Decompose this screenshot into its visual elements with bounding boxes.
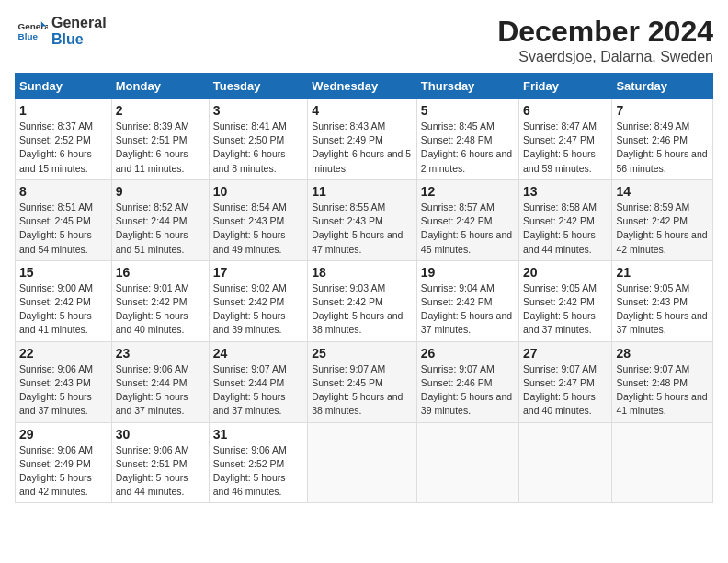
- day-info: Sunrise: 8:49 AM Sunset: 2:46 PM Dayligh…: [616, 120, 709, 176]
- day-info: Sunrise: 9:05 AM Sunset: 2:42 PM Dayligh…: [523, 282, 608, 338]
- day-number: 20: [523, 265, 608, 280]
- day-cell: 1 Sunrise: 8:37 AM Sunset: 2:52 PM Dayli…: [16, 99, 112, 180]
- day-cell: 10 Sunrise: 8:54 AM Sunset: 2:43 PM Dayl…: [209, 179, 307, 260]
- day-number: 6: [523, 103, 608, 118]
- day-cell: 3 Sunrise: 8:41 AM Sunset: 2:50 PM Dayli…: [209, 99, 307, 180]
- day-number: 29: [19, 427, 108, 442]
- week-row-3: 15 Sunrise: 9:00 AM Sunset: 2:42 PM Dayl…: [16, 260, 713, 341]
- header-saturday: Saturday: [612, 74, 713, 99]
- svg-text:General: General: [18, 21, 48, 31]
- day-info: Sunrise: 9:06 AM Sunset: 2:51 PM Dayligh…: [116, 443, 205, 500]
- day-cell: 8 Sunrise: 8:51 AM Sunset: 2:45 PM Dayli…: [16, 179, 112, 260]
- day-number: 4: [312, 103, 413, 118]
- day-cell: 5 Sunrise: 8:45 AM Sunset: 2:48 PM Dayli…: [416, 99, 518, 180]
- day-info: Sunrise: 8:43 AM Sunset: 2:49 PM Dayligh…: [312, 120, 413, 176]
- calendar-header-row: SundayMondayTuesdayWednesdayThursdayFrid…: [16, 74, 713, 99]
- week-row-4: 22 Sunrise: 9:06 AM Sunset: 2:43 PM Dayl…: [16, 341, 713, 422]
- day-cell: 16 Sunrise: 9:01 AM Sunset: 2:42 PM Dayl…: [111, 260, 209, 341]
- day-info: Sunrise: 9:02 AM Sunset: 2:42 PM Dayligh…: [213, 282, 303, 338]
- day-cell: 23 Sunrise: 9:06 AM Sunset: 2:44 PM Dayl…: [111, 341, 209, 422]
- header-wednesday: Wednesday: [308, 74, 417, 99]
- day-cell: 6 Sunrise: 8:47 AM Sunset: 2:47 PM Dayli…: [519, 99, 612, 180]
- day-cell: 19 Sunrise: 9:04 AM Sunset: 2:42 PM Dayl…: [416, 260, 518, 341]
- day-info: Sunrise: 8:41 AM Sunset: 2:50 PM Dayligh…: [213, 120, 303, 176]
- header-tuesday: Tuesday: [209, 74, 307, 99]
- day-number: 2: [116, 103, 205, 118]
- day-info: Sunrise: 8:47 AM Sunset: 2:47 PM Dayligh…: [523, 120, 608, 176]
- day-info: Sunrise: 9:07 AM Sunset: 2:44 PM Dayligh…: [213, 362, 303, 419]
- day-info: Sunrise: 9:07 AM Sunset: 2:47 PM Dayligh…: [523, 362, 608, 419]
- day-cell: 17 Sunrise: 9:02 AM Sunset: 2:42 PM Dayl…: [209, 260, 307, 341]
- header-thursday: Thursday: [416, 74, 518, 99]
- day-number: 27: [523, 346, 608, 361]
- logo-icon: General Blue: [15, 15, 48, 48]
- day-cell: [612, 422, 713, 503]
- day-cell: 18 Sunrise: 9:03 AM Sunset: 2:42 PM Dayl…: [308, 260, 417, 341]
- day-info: Sunrise: 8:58 AM Sunset: 2:42 PM Dayligh…: [523, 201, 608, 257]
- day-cell: 27 Sunrise: 9:07 AM Sunset: 2:47 PM Dayl…: [519, 341, 612, 422]
- day-cell: 31 Sunrise: 9:06 AM Sunset: 2:52 PM Dayl…: [209, 422, 307, 503]
- day-info: Sunrise: 9:05 AM Sunset: 2:43 PM Dayligh…: [616, 282, 709, 338]
- day-info: Sunrise: 8:52 AM Sunset: 2:44 PM Dayligh…: [116, 201, 205, 257]
- day-number: 26: [421, 346, 515, 361]
- day-number: 24: [213, 346, 303, 361]
- header-monday: Monday: [111, 74, 209, 99]
- day-cell: 21 Sunrise: 9:05 AM Sunset: 2:43 PM Dayl…: [612, 260, 713, 341]
- header-sunday: Sunday: [16, 74, 112, 99]
- day-info: Sunrise: 8:59 AM Sunset: 2:42 PM Dayligh…: [616, 201, 709, 257]
- week-row-5: 29 Sunrise: 9:06 AM Sunset: 2:49 PM Dayl…: [16, 422, 713, 503]
- day-info: Sunrise: 9:07 AM Sunset: 2:46 PM Dayligh…: [421, 362, 515, 419]
- day-info: Sunrise: 8:45 AM Sunset: 2:48 PM Dayligh…: [421, 120, 515, 176]
- day-cell: 11 Sunrise: 8:55 AM Sunset: 2:43 PM Dayl…: [308, 179, 417, 260]
- day-cell: 29 Sunrise: 9:06 AM Sunset: 2:49 PM Dayl…: [16, 422, 112, 503]
- day-cell: 26 Sunrise: 9:07 AM Sunset: 2:46 PM Dayl…: [416, 341, 518, 422]
- day-cell: 13 Sunrise: 8:58 AM Sunset: 2:42 PM Dayl…: [519, 179, 612, 260]
- day-info: Sunrise: 9:03 AM Sunset: 2:42 PM Dayligh…: [312, 282, 413, 338]
- day-number: 17: [213, 265, 303, 280]
- day-number: 1: [19, 103, 108, 118]
- day-info: Sunrise: 9:06 AM Sunset: 2:43 PM Dayligh…: [19, 362, 108, 419]
- title-area: December 2024 Svaerdsjoe, Dalarna, Swede…: [497, 15, 713, 65]
- day-info: Sunrise: 9:07 AM Sunset: 2:48 PM Dayligh…: [616, 362, 709, 419]
- day-number: 12: [421, 184, 515, 199]
- day-info: Sunrise: 8:51 AM Sunset: 2:45 PM Dayligh…: [19, 201, 108, 257]
- day-cell: [519, 422, 612, 503]
- day-number: 18: [312, 265, 413, 280]
- day-cell: 22 Sunrise: 9:06 AM Sunset: 2:43 PM Dayl…: [16, 341, 112, 422]
- day-number: 25: [312, 346, 413, 361]
- day-cell: 12 Sunrise: 8:57 AM Sunset: 2:42 PM Dayl…: [416, 179, 518, 260]
- day-number: 16: [116, 265, 205, 280]
- day-number: 8: [19, 184, 108, 199]
- header: General Blue General Blue December 2024 …: [15, 15, 713, 65]
- day-number: 9: [116, 184, 205, 199]
- day-number: 22: [19, 346, 108, 361]
- day-info: Sunrise: 8:37 AM Sunset: 2:52 PM Dayligh…: [19, 120, 108, 176]
- day-number: 23: [116, 346, 205, 361]
- svg-text:Blue: Blue: [18, 31, 39, 41]
- day-cell: 20 Sunrise: 9:05 AM Sunset: 2:42 PM Dayl…: [519, 260, 612, 341]
- day-cell: 15 Sunrise: 9:00 AM Sunset: 2:42 PM Dayl…: [16, 260, 112, 341]
- day-number: 10: [213, 184, 303, 199]
- subtitle: Svaerdsjoe, Dalarna, Sweden: [497, 49, 713, 65]
- day-number: 30: [116, 427, 205, 442]
- day-info: Sunrise: 9:07 AM Sunset: 2:45 PM Dayligh…: [312, 362, 413, 419]
- day-info: Sunrise: 9:06 AM Sunset: 2:44 PM Dayligh…: [116, 362, 205, 419]
- day-number: 28: [616, 346, 709, 361]
- day-info: Sunrise: 9:01 AM Sunset: 2:42 PM Dayligh…: [116, 282, 205, 338]
- day-number: 11: [312, 184, 413, 199]
- day-cell: 9 Sunrise: 8:52 AM Sunset: 2:44 PM Dayli…: [111, 179, 209, 260]
- day-number: 21: [616, 265, 709, 280]
- week-row-2: 8 Sunrise: 8:51 AM Sunset: 2:45 PM Dayli…: [16, 179, 713, 260]
- day-cell: [416, 422, 518, 503]
- day-number: 13: [523, 184, 608, 199]
- day-number: 7: [616, 103, 709, 118]
- day-cell: 25 Sunrise: 9:07 AM Sunset: 2:45 PM Dayl…: [308, 341, 417, 422]
- day-number: 5: [421, 103, 515, 118]
- day-number: 3: [213, 103, 303, 118]
- day-info: Sunrise: 8:55 AM Sunset: 2:43 PM Dayligh…: [312, 201, 413, 257]
- day-cell: 7 Sunrise: 8:49 AM Sunset: 2:46 PM Dayli…: [612, 99, 713, 180]
- day-info: Sunrise: 9:00 AM Sunset: 2:42 PM Dayligh…: [19, 282, 108, 338]
- day-info: Sunrise: 9:06 AM Sunset: 2:52 PM Dayligh…: [213, 443, 303, 500]
- day-info: Sunrise: 9:04 AM Sunset: 2:42 PM Dayligh…: [421, 282, 515, 338]
- logo: General Blue General Blue: [15, 15, 107, 48]
